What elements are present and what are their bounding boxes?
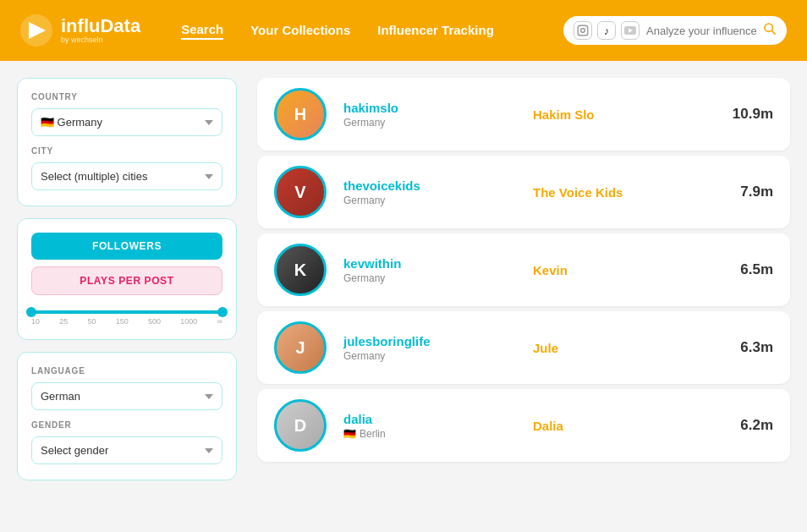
influencer-row: D dalia 🇩🇪 Berlin Dalia 6.2m [257, 389, 790, 462]
avatar-letter: J [295, 338, 305, 358]
followers-button[interactable]: FOLLOWERS [31, 233, 222, 260]
results-section: H hakimslo Germany Hakim Slo 10.9m V the… [237, 78, 790, 515]
range-fill [31, 310, 222, 314]
location-filter-card: COUNTRY 🇩🇪 Germany CITY Select (multiple… [17, 78, 237, 206]
influencer-avatar[interactable]: D [274, 399, 327, 452]
influencer-avatar[interactable]: K [274, 244, 327, 296]
influencer-location: Germany [343, 350, 516, 362]
influencer-flag: 🇩🇪 [343, 428, 356, 440]
influencer-display-name[interactable]: Dalia [533, 419, 705, 433]
main-content: COUNTRY 🇩🇪 Germany CITY Select (multiple… [0, 61, 807, 532]
avatar-letter: D [294, 416, 306, 436]
nav-search[interactable]: Search [181, 22, 223, 40]
influencer-followers-count: 6.3m [722, 339, 773, 356]
logo-sub-text: by wechseln [61, 36, 140, 44]
influencer-location: Germany [343, 272, 516, 284]
range-track [31, 310, 222, 314]
avatar-letter: V [294, 183, 305, 202]
influencer-info: julesboringlife Germany [343, 334, 516, 362]
range-thumb-right[interactable] [217, 307, 228, 317]
plays-per-post-button[interactable]: PLAYS PER POST [31, 266, 222, 295]
avatar-letter: K [294, 261, 306, 280]
logo-main-text: influData [61, 17, 140, 36]
country-select[interactable]: 🇩🇪 Germany [31, 108, 222, 136]
range-labels: 10 25 50 150 500 1000 ∞ [31, 317, 222, 326]
influencer-info: hakimslo Germany [343, 101, 516, 129]
influencer-username[interactable]: thevoicekids [343, 178, 516, 193]
svg-line-8 [771, 30, 776, 35]
header-search-bar: ♪ [563, 16, 787, 45]
analyze-search-button[interactable] [763, 22, 777, 39]
instagram-icon[interactable] [574, 21, 592, 40]
svg-point-7 [765, 24, 772, 31]
nav-collections[interactable]: Your Collections [250, 23, 350, 39]
influencer-info: dalia 🇩🇪 Berlin [343, 412, 516, 440]
influencer-display-name[interactable]: Jule [533, 341, 705, 355]
influencer-location: Germany [343, 117, 516, 129]
gender-label: GENDER [31, 420, 222, 430]
avatar-letter: H [294, 105, 306, 124]
nav-tracking[interactable]: Influencer Tracking [377, 23, 494, 39]
language-label: LANGUAGE [31, 366, 222, 376]
audience-filter-card: LANGUAGE German GENDER Select gender [17, 352, 237, 480]
svg-point-4 [585, 27, 586, 28]
city-select[interactable]: Select (multiple) cities [31, 162, 222, 190]
platform-icon-group: ♪ [574, 21, 640, 40]
influencer-info: thevoicekids Germany [343, 178, 516, 206]
svg-point-3 [581, 29, 585, 33]
influencer-username[interactable]: dalia [343, 412, 516, 426]
influencer-username[interactable]: julesboringlife [343, 334, 516, 348]
analyze-search-input[interactable] [646, 25, 756, 37]
influencer-avatar[interactable]: H [274, 88, 327, 140]
influencer-followers-count: 10.9m [722, 106, 773, 123]
influencer-row: J julesboringlife Germany Jule 6.3m [257, 311, 790, 384]
influencer-location: 🇩🇪 Berlin [343, 428, 516, 440]
logo-icon [20, 14, 52, 47]
youtube-icon[interactable] [621, 21, 640, 40]
influencer-row: H hakimslo Germany Hakim Slo 10.9m [257, 78, 790, 151]
range-thumb-left[interactable] [26, 307, 36, 317]
logo: influData by wechseln [20, 14, 140, 47]
logo-text: influData by wechseln [61, 17, 140, 44]
influencer-avatar[interactable]: V [274, 166, 327, 218]
influencer-username[interactable]: kevwithin [343, 256, 516, 271]
influencer-row: V thevoicekids Germany The Voice Kids 7.… [257, 156, 790, 228]
main-nav: Search Your Collections Influencer Track… [181, 22, 536, 40]
influencer-info: kevwithin Germany [343, 256, 516, 284]
influencer-display-name[interactable]: Hakim Slo [533, 107, 705, 122]
influencer-display-name[interactable]: The Voice Kids [533, 185, 705, 200]
metric-filter-card: FOLLOWERS PLAYS PER POST 10 25 50 150 50… [17, 218, 237, 340]
svg-rect-2 [578, 25, 588, 36]
influencer-username[interactable]: hakimslo [343, 101, 516, 115]
language-select[interactable]: German [31, 382, 222, 410]
tiktok-icon[interactable]: ♪ [597, 21, 616, 40]
influencer-followers-count: 7.9m [722, 184, 773, 200]
sidebar: COUNTRY 🇩🇪 Germany CITY Select (multiple… [17, 78, 237, 515]
influencer-display-name[interactable]: Kevin [533, 263, 705, 277]
range-slider[interactable]: 10 25 50 150 500 1000 ∞ [31, 310, 222, 326]
country-label: COUNTRY [31, 92, 222, 101]
influencer-followers-count: 6.5m [722, 261, 773, 278]
influencer-row: K kevwithin Germany Kevin 6.5m [257, 233, 790, 306]
influencer-avatar[interactable]: J [274, 321, 327, 374]
app-header: influData by wechseln Search Your Collec… [0, 0, 807, 61]
influencer-list: H hakimslo Germany Hakim Slo 10.9m V the… [257, 78, 790, 462]
gender-select[interactable]: Select gender [31, 436, 222, 464]
influencer-location: Germany [343, 195, 516, 206]
influencer-followers-count: 6.2m [722, 417, 773, 434]
city-label: CITY [31, 146, 222, 156]
